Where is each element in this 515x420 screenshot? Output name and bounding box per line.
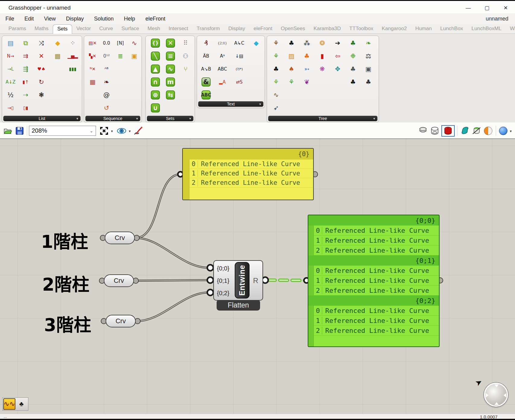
ribbon-icon[interactable]: N→ <box>5 50 16 62</box>
tab-lunchboxml[interactable]: LunchBoxML <box>467 24 506 33</box>
ribbon-icon[interactable]: ♣ <box>301 50 312 62</box>
ribbon-icon[interactable]: ⇄S <box>234 76 245 88</box>
ribbon-icon[interactable]: A↘B <box>201 63 211 75</box>
ribbon-icon[interactable]: ∪ <box>151 103 160 112</box>
zoom-extents-icon[interactable] <box>99 126 109 136</box>
tab-params[interactable]: Params <box>4 24 30 33</box>
ribbon-icon[interactable]: ⊛ <box>151 90 160 99</box>
tab-sets[interactable]: Sets <box>53 24 72 34</box>
ribbon-icon[interactable]: ⁂ <box>301 37 312 49</box>
ribbon-icon[interactable]: ≣ <box>115 50 126 62</box>
ribbon-icon[interactable]: ❂ <box>317 37 328 49</box>
ribbon-icon[interactable]: Aᵃ <box>217 50 228 62</box>
tab-elefront[interactable]: eleFront <box>249 24 276 33</box>
ribbon-icon[interactable]: ∩ <box>151 77 160 87</box>
navigation-ball[interactable] <box>484 383 508 407</box>
ribbon-icon[interactable]: ⇆ <box>166 90 175 99</box>
ribbon-icon[interactable]: ◆ <box>52 37 63 49</box>
ribbon-icon[interactable]: ≡ <box>166 52 175 61</box>
ribbon-icon[interactable]: ❦ <box>301 76 312 88</box>
gh-canvas[interactable]: {0} 0Referenced Line-like Curve 1Referen… <box>0 139 515 414</box>
ribbon-icon[interactable]: ⁘ <box>67 37 78 49</box>
ribbon-icon[interactable]: ▮↑ <box>20 76 31 88</box>
ribbon-icon[interactable]: @ <box>101 89 112 101</box>
tab-surface[interactable]: Surface <box>117 24 143 33</box>
ribbon-icon[interactable]: ▣ <box>363 63 374 75</box>
tab-mesh[interactable]: Mesh <box>143 24 164 33</box>
ribbon-icon[interactable]: 0.0 <box>101 37 112 49</box>
ribbon-icon[interactable]: ♣ <box>348 37 358 49</box>
ribbon-icon[interactable]: →L <box>5 63 16 75</box>
tab-human[interactable]: Human <box>411 24 436 33</box>
ribbon-icon[interactable]: ➔ <box>332 37 343 49</box>
ribbon-group-label[interactable]: List▾ <box>3 116 81 121</box>
ribbon-icon[interactable]: ♠ <box>286 63 297 75</box>
tab-display[interactable]: Display <box>224 24 250 33</box>
mesh-quality-sphere-icon[interactable] <box>498 126 508 136</box>
tree-display-icon[interactable]: ♣ <box>15 398 27 410</box>
ribbon-icon[interactable]: ⇦ <box>332 50 343 62</box>
ribbon-icon[interactable]: ➳ <box>301 63 312 75</box>
tab-curve[interactable]: Curve <box>95 24 117 33</box>
ribbon-icon[interactable]: A↳C <box>234 37 245 49</box>
preview-dropdown-arrow-icon[interactable]: ▾ <box>129 129 131 133</box>
ribbon-icon[interactable]: & <box>202 77 211 87</box>
ribbon-icon[interactable]: →▯ <box>5 102 16 114</box>
ribbon-icon[interactable]: ▮ <box>317 50 328 62</box>
menu-file[interactable]: File <box>5 16 14 22</box>
ribbon-icon[interactable]: ▲ <box>151 65 160 74</box>
ribbon-icon[interactable]: ♣ <box>348 63 358 75</box>
entwine-input-1[interactable]: {0;1} <box>217 276 235 285</box>
ribbon-icon[interactable]: ❉ <box>348 50 358 62</box>
ribbon-icon[interactable]: ⚘ <box>286 76 297 88</box>
menu-help[interactable]: Help <box>124 16 135 22</box>
data-panel-green[interactable]: {0;0} 0Referenced Line-like Curve 1Refer… <box>308 215 440 347</box>
tab-transform[interactable]: Transform <box>192 24 224 33</box>
ribbon-icon[interactable]: ⚇ <box>180 50 191 62</box>
ribbon-icon[interactable]: ▁▅▂ <box>67 50 78 62</box>
ribbon-icon[interactable]: 0¹² <box>101 50 112 62</box>
maximize-button[interactable]: ▢ <box>478 2 496 14</box>
ribbon-group-label[interactable]: Sequence▾ <box>85 116 140 121</box>
preview-half-sphere-icon[interactable] <box>483 126 493 136</box>
entwine-component[interactable]: {0;0} {0;1} {0;2} Entwine R <box>213 260 263 301</box>
ribbon-icon[interactable]: (?/*) <box>234 63 245 75</box>
tab-intersect[interactable]: Intersect <box>164 24 192 33</box>
ribbon-icon[interactable]: m <box>166 77 175 87</box>
ribbon-icon[interactable]: ♣ <box>286 37 297 49</box>
ribbon-icon[interactable]: ⇢ <box>20 89 31 101</box>
preview-shaded-icon[interactable] <box>441 125 455 137</box>
ribbon-icon[interactable]: ➶ <box>271 102 281 114</box>
ribbon-icon[interactable]: ✥ <box>332 63 343 75</box>
preview-selected-only-icon[interactable] <box>460 126 470 136</box>
ribbon-icon[interactable]: ⤨ <box>36 37 47 49</box>
ribbon-icon[interactable]: ╲ <box>151 52 160 61</box>
sketch-tool-icon[interactable]: ∿∿ <box>3 398 15 410</box>
menu-solution[interactable]: Solution <box>94 16 114 22</box>
ribbon-icon[interactable]: ↺ <box>101 102 112 114</box>
ribbon-icon[interactable]: ❃ <box>36 89 47 101</box>
ribbon-icon[interactable]: ✕ <box>36 50 47 62</box>
ribbon-icon[interactable]: ♣ <box>348 76 358 88</box>
ribbon-icon[interactable]: ▤✕ <box>87 37 98 49</box>
ribbon-icon[interactable]: ᴬᴮ <box>101 63 112 75</box>
menu-elefront[interactable]: eleFront <box>145 16 165 22</box>
ribbon-icon[interactable]: ▣ <box>129 50 140 62</box>
zoom-dropdown-arrow-icon[interactable]: ▾ <box>111 129 113 133</box>
ribbon-icon[interactable]: ∿ <box>129 37 140 49</box>
ribbon-group-label[interactable]: Text▾ <box>198 101 263 107</box>
tab-opensees[interactable]: OpenSees <box>277 24 309 33</box>
ribbon-icon[interactable]: ↻ <box>36 76 47 88</box>
curve-param-3[interactable]: Crv <box>106 315 136 327</box>
preview-off-icon[interactable] <box>418 126 428 136</box>
ribbon-icon[interactable]: ◆ <box>251 37 262 49</box>
ribbon-icon[interactable]: ✕ <box>166 39 175 48</box>
ribbon-icon[interactable]: ⠿ <box>180 37 191 49</box>
ribbon-group-label[interactable]: Sets▾ <box>147 116 193 121</box>
ribbon-icon[interactable]: [N] <box>115 37 126 49</box>
ribbon-icon[interactable]: ABC <box>202 90 211 99</box>
entwine-input-2[interactable]: {0;2} <box>217 289 235 297</box>
preview-settings-eye-icon[interactable] <box>116 126 127 136</box>
ribbon-icon[interactable]: A↓Z <box>5 76 16 88</box>
ribbon-icon[interactable]: ▂A <box>217 76 228 88</box>
